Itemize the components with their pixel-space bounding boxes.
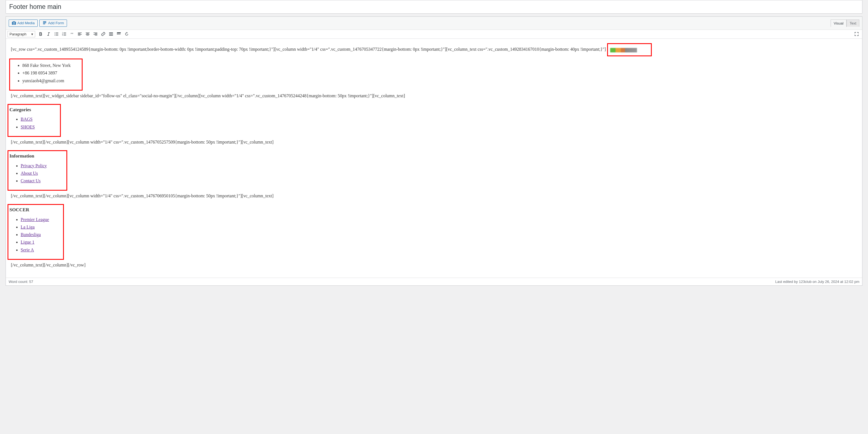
logo-image bbox=[610, 48, 637, 53]
shortcode-text: [/vc_column_text][vc_widget_sidebar side… bbox=[11, 92, 857, 100]
shortcode-text: [/vc_column_text][/vc_column][/vc_row] bbox=[11, 262, 857, 269]
heading-soccer: SOCCER bbox=[9, 206, 49, 213]
toolbar-toggle-button[interactable] bbox=[115, 30, 123, 38]
editor-body[interactable]: [vc_row css=".vc_custom_1489554124589{ma… bbox=[6, 39, 862, 278]
heading-categories: Categories bbox=[9, 106, 35, 113]
link-serie-a[interactable]: Serie A bbox=[21, 247, 34, 252]
highlight-box-logo bbox=[607, 43, 652, 57]
last-edited: Last edited by 123club on July 26, 2024 … bbox=[775, 279, 859, 284]
chevron-down-icon: ▾ bbox=[31, 32, 33, 36]
highlight-box-soccer: SOCCER Premier League La Liga Bundesliga… bbox=[7, 204, 64, 260]
shortcode-text: [vc_row css=".vc_custom_1489554124589{ma… bbox=[11, 47, 606, 52]
bold-button[interactable] bbox=[37, 30, 44, 38]
post-title-input[interactable] bbox=[9, 1, 859, 12]
link-about[interactable]: About Us bbox=[21, 171, 38, 176]
align-right-button[interactable] bbox=[92, 30, 99, 38]
link-la-liga[interactable]: La Liga bbox=[21, 225, 35, 229]
add-media-label: Add Media bbox=[17, 21, 35, 25]
editor-toolbar: Paragraph ▾ 123 bbox=[6, 30, 862, 39]
link-button[interactable] bbox=[99, 30, 107, 38]
add-form-label: Add Form bbox=[48, 21, 64, 25]
tab-visual[interactable]: Visual bbox=[831, 20, 846, 27]
highlight-box-categories: Categories BAGS SHOES bbox=[7, 104, 61, 137]
align-left-button[interactable] bbox=[76, 30, 84, 38]
link-privacy[interactable]: Privacy Policy bbox=[21, 163, 47, 168]
highlight-box-information: Information Privacy Policy About Us Cont… bbox=[7, 150, 67, 191]
form-icon bbox=[42, 21, 47, 25]
link-bundesliga[interactable]: Bundesliga bbox=[21, 232, 41, 237]
camera-icon bbox=[12, 21, 16, 25]
svg-rect-6 bbox=[117, 32, 121, 33]
link-shoes[interactable]: SHOES bbox=[21, 125, 35, 129]
format-dropdown[interactable]: Paragraph ▾ bbox=[7, 31, 35, 37]
svg-point-0 bbox=[55, 33, 55, 33]
svg-point-2 bbox=[55, 35, 55, 36]
italic-button[interactable] bbox=[44, 30, 53, 38]
shortcode-text: [/vc_column_text][/vc_column][vc_column … bbox=[11, 192, 857, 200]
link-contact[interactable]: Contact Us bbox=[21, 178, 41, 183]
numbered-list-button[interactable]: 123 bbox=[60, 30, 68, 38]
word-count: Word count: 57 bbox=[9, 279, 33, 284]
svg-rect-8 bbox=[118, 34, 119, 35]
svg-text:3: 3 bbox=[62, 34, 63, 36]
contact-address: 868 Fake Street, New York bbox=[22, 62, 70, 69]
contact-email: yunxiaoh4@gmail.com bbox=[22, 77, 70, 85]
contact-phone: +86 198 6954 3897 bbox=[22, 69, 70, 77]
svg-rect-7 bbox=[117, 34, 118, 35]
editor-container: Add Media Add Form Visual Text Paragraph… bbox=[6, 16, 862, 286]
highlight-box-contact: 868 Fake Street, New York +86 198 6954 3… bbox=[9, 59, 83, 91]
bullet-list-button[interactable] bbox=[53, 30, 60, 38]
svg-point-1 bbox=[55, 34, 55, 34]
heading-information: Information bbox=[9, 152, 47, 160]
tab-text[interactable]: Text bbox=[846, 20, 859, 27]
link-ligue-1[interactable]: Ligue 1 bbox=[21, 240, 34, 244]
add-form-button[interactable]: Add Form bbox=[39, 20, 67, 27]
refresh-icon[interactable] bbox=[123, 30, 131, 38]
fullscreen-button[interactable] bbox=[852, 30, 861, 38]
post-title-container bbox=[6, 0, 862, 14]
link-bags[interactable]: BAGS bbox=[21, 117, 33, 122]
link-premier-league[interactable]: Premier League bbox=[21, 217, 49, 222]
shortcode-text: [/vc_column_text][/vc_column][vc_column … bbox=[11, 138, 857, 146]
quote-button[interactable] bbox=[68, 30, 76, 38]
svg-rect-9 bbox=[120, 34, 121, 35]
align-center-button[interactable] bbox=[84, 30, 92, 38]
add-media-button[interactable]: Add Media bbox=[9, 20, 38, 27]
read-more-button[interactable] bbox=[107, 30, 115, 38]
editor-status-bar: Word count: 57 Last edited by 123club on… bbox=[6, 278, 862, 286]
